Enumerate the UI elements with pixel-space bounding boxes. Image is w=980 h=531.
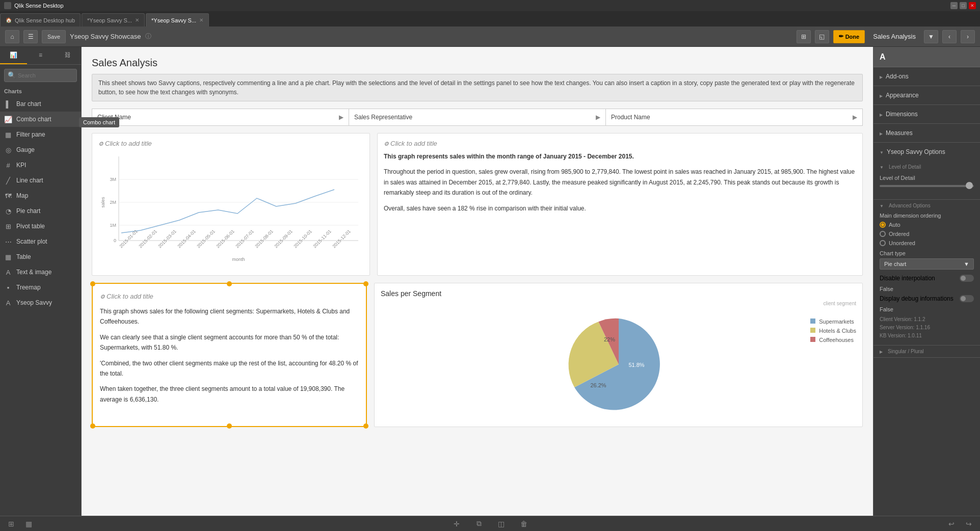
bottom-right-controls: ↩ ↪ bbox=[945, 518, 975, 530]
filter-sales-rep[interactable]: Sales Representative ▶ bbox=[349, 109, 606, 125]
sidebar-item-line-chart[interactable]: ╱ Line chart bbox=[0, 173, 81, 188]
svg-text:2M: 2M bbox=[110, 200, 116, 205]
singular-plural-header[interactable]: Singular / Plural bbox=[873, 346, 980, 357]
chart-type-select[interactable]: Pie chart ▼ bbox=[880, 258, 974, 270]
tab-hub[interactable]: 🏠 Qlik Sense Desktop hub bbox=[0, 13, 81, 26]
save-button[interactable]: Save bbox=[42, 30, 66, 43]
resize-handle-bm[interactable] bbox=[227, 423, 232, 429]
resize-handle-tr[interactable] bbox=[363, 281, 368, 286]
bottom-redo-btn[interactable]: ↪ bbox=[963, 518, 975, 530]
sidebar-item-pivot-table[interactable]: ⊞ Pivot table bbox=[0, 219, 81, 234]
disable-interpolation-toggle[interactable] bbox=[960, 275, 974, 282]
tab-yseop2[interactable]: *Yseop Savvy S... ✕ bbox=[146, 13, 209, 26]
info-icon: ⓘ bbox=[145, 32, 151, 41]
svg-text:month: month bbox=[232, 257, 245, 262]
bottom-undo-btn[interactable]: ↩ bbox=[945, 518, 958, 530]
sidebar-item-text-image[interactable]: A Text & image bbox=[0, 264, 81, 280]
radio-unordered[interactable]: Unordered bbox=[880, 240, 974, 246]
advanced-options-header: Advanced Options bbox=[880, 203, 974, 208]
app-name: Yseop Savvy Showcase bbox=[70, 33, 141, 40]
bottom-delete-btn[interactable]: 🗑 bbox=[518, 518, 530, 530]
sidebar-item-scatter-plot[interactable]: ⋯ Scatter plot bbox=[0, 234, 81, 249]
svg-text:2015-07-01: 2015-07-01 bbox=[234, 229, 255, 249]
left-tab-links[interactable]: ⛓ bbox=[54, 47, 81, 64]
bottom-center-controls: ✛ ⧉ ◫ 🗑 bbox=[451, 518, 530, 530]
sidebar-item-table[interactable]: ▦ Table bbox=[0, 249, 81, 264]
legend-coffeehouses-label: Coffeehouses bbox=[819, 337, 854, 343]
tab-yseop1[interactable]: *Yseop Savvy S... ✕ bbox=[82, 13, 145, 26]
section-add-ons-title[interactable]: Add-ons bbox=[873, 67, 980, 86]
resize-handle-tm[interactable] bbox=[227, 281, 232, 286]
pie-chart-title: Sales per Segment bbox=[381, 289, 856, 298]
radio-ordered[interactable]: Ordered bbox=[880, 231, 974, 237]
section-appearance-title[interactable]: Appearance bbox=[873, 86, 980, 104]
window-controls: ─ □ ✕ bbox=[950, 2, 976, 9]
nav-home-btn[interactable]: ⌂ bbox=[5, 30, 19, 43]
lod-header: Level of Detail bbox=[880, 164, 974, 170]
radio-auto-dot bbox=[881, 223, 884, 226]
text-desc-title[interactable]: ⚙ Click to add title bbox=[384, 140, 856, 147]
tab-yseop1-close[interactable]: ✕ bbox=[135, 17, 139, 23]
layout-btn[interactable]: ◱ bbox=[815, 30, 829, 43]
singular-plural-subsection: Singular / Plural bbox=[873, 345, 980, 357]
sidebar-item-kpi[interactable]: # KPI bbox=[0, 157, 81, 173]
sidebar-item-map[interactable]: 🗺 Map bbox=[0, 188, 81, 203]
view-options-btn[interactable]: ⊞ bbox=[797, 30, 811, 43]
add-ons-arrow bbox=[880, 73, 883, 80]
tab-bar: 🏠 Qlik Sense Desktop hub *Yseop Savvy S.… bbox=[0, 11, 980, 26]
advanced-options-arrow bbox=[880, 203, 884, 208]
sidebar-item-bar-chart[interactable]: ▌ Bar chart bbox=[0, 96, 81, 112]
sheet-options-btn[interactable]: ▼ bbox=[924, 30, 938, 43]
svg-text:2015-06-01: 2015-06-01 bbox=[215, 229, 235, 249]
restore-btn[interactable]: □ bbox=[960, 2, 967, 9]
filter-client-name[interactable]: Client Name ▶ bbox=[92, 109, 349, 125]
bottom-snap-btn[interactable]: ✛ bbox=[451, 518, 463, 530]
sidebar-item-treemap[interactable]: ▪ Treemap bbox=[0, 280, 81, 295]
done-label: Done bbox=[845, 34, 860, 40]
tab-yseop2-close[interactable]: ✕ bbox=[199, 17, 203, 23]
pie-legend: Supermarkets Hotels & Clubs Coffeehouses bbox=[810, 318, 856, 343]
bottom-chart-row: ⚙ Click to add title This graph shows sa… bbox=[92, 283, 863, 427]
legend-hotels-label: Hotels & Clubs bbox=[819, 328, 856, 334]
yseop-savvy-arrow bbox=[880, 148, 884, 155]
resize-handle-br[interactable] bbox=[363, 423, 368, 429]
line-chart-svg: 0 1M 2M 3M sales 2015-01-01 2015-02-01 bbox=[98, 151, 363, 263]
resize-handle-tl[interactable] bbox=[90, 281, 95, 286]
search-box: 🔍 bbox=[4, 69, 77, 82]
lod-slider[interactable] bbox=[880, 185, 974, 187]
window-title: Qlik Sense Desktop bbox=[14, 3, 64, 9]
table-label: Table bbox=[16, 253, 31, 260]
section-yseop-savvy-title[interactable]: Yseop Savvy Options bbox=[873, 143, 980, 161]
bottom-sheet-btn[interactable]: ⊞ bbox=[5, 518, 17, 530]
section-measures-title[interactable]: Measures bbox=[873, 124, 980, 142]
bottom-copy-btn[interactable]: ◫ bbox=[495, 518, 508, 530]
close-btn[interactable]: ✕ bbox=[969, 2, 976, 9]
svg-text:1M: 1M bbox=[110, 223, 116, 228]
nav-prev-btn[interactable]: ‹ bbox=[942, 30, 957, 43]
resize-handle-bl[interactable] bbox=[90, 423, 95, 429]
radio-auto[interactable]: Auto bbox=[880, 222, 974, 228]
section-yseop-savvy-options: Yseop Savvy Options Level of Detail Leve… bbox=[873, 143, 980, 358]
bottom-duplicate-btn[interactable]: ⧉ bbox=[473, 518, 485, 530]
display-debug-toggle[interactable] bbox=[960, 295, 974, 302]
done-button[interactable]: ✏ Done bbox=[833, 30, 865, 43]
left-tab-list[interactable]: ≡ bbox=[27, 47, 54, 64]
filter-product-name[interactable]: Product Name ▶ bbox=[606, 109, 862, 125]
line-chart-title[interactable]: ⚙ Click to add title bbox=[98, 140, 363, 147]
section-dimensions-title[interactable]: Dimensions bbox=[873, 105, 980, 123]
nav-next-btn[interactable]: › bbox=[961, 30, 975, 43]
kpi-icon: # bbox=[4, 162, 12, 169]
left-tab-charts[interactable]: 📊 bbox=[0, 47, 27, 64]
bottom-story-btn[interactable]: ▦ bbox=[22, 518, 35, 530]
sidebar-item-yseop-savvy[interactable]: A Yseop Savvy bbox=[0, 295, 81, 310]
singular-plural-arrow bbox=[880, 349, 883, 354]
text-panel-title[interactable]: ⚙ Click to add title bbox=[100, 291, 359, 302]
sidebar-item-gauge[interactable]: ◎ Gauge bbox=[0, 142, 81, 157]
nav-menu-btn[interactable]: ☰ bbox=[23, 30, 38, 43]
version-kb: KB Version: 1.0.11 bbox=[880, 332, 974, 340]
lod-slider-thumb[interactable] bbox=[966, 182, 973, 189]
sidebar-item-pie-chart[interactable]: ◔ Pie chart bbox=[0, 203, 81, 219]
minimize-btn[interactable]: ─ bbox=[950, 2, 958, 9]
sidebar-item-filter-pane[interactable]: ▦ Filter pane bbox=[0, 127, 81, 142]
sidebar-item-combo-chart[interactable]: 📈 Combo chart bbox=[0, 112, 81, 127]
